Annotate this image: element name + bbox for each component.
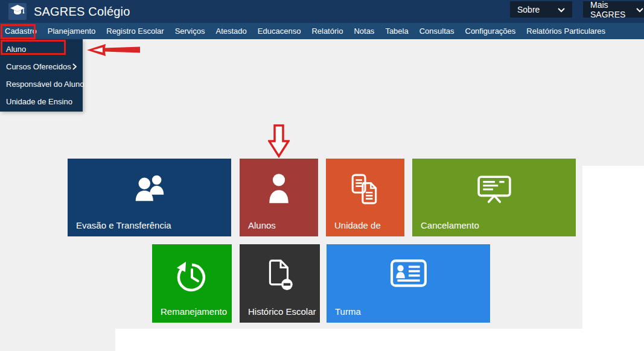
- tile-alunos[interactable]: Alunos: [240, 159, 318, 236]
- chevron-down-icon: [558, 5, 565, 14]
- menu-item-atestado[interactable]: Atestado: [215, 27, 246, 36]
- mais-sagres-dropdown-button[interactable]: Mais SAGRES: [583, 1, 644, 17]
- menu-item-relatorio[interactable]: Relatório: [311, 27, 343, 36]
- tile-label: Turma: [335, 306, 361, 317]
- menu-item-consultas[interactable]: Consultas: [419, 27, 454, 36]
- menu-item-configuracoes[interactable]: Configurações: [465, 27, 516, 36]
- tile-label: Unidade de: [334, 220, 381, 230]
- tile-label: Remanejamento: [161, 306, 227, 317]
- history-icon: [152, 259, 232, 292]
- content-background: [0, 329, 115, 351]
- content-background: [0, 39, 644, 166]
- menu-item-relatorios-particulares[interactable]: Relatórios Particulares: [526, 27, 605, 36]
- tile-remanejamento[interactable]: Remanejamento: [152, 244, 232, 323]
- submenu-chevron-icon: [72, 63, 77, 71]
- tile-cancelamento[interactable]: Cancelamento: [412, 159, 576, 236]
- person-icon: [240, 173, 318, 204]
- mais-sagres-label: Mais SAGRES: [590, 0, 630, 19]
- menu-item-educacenso[interactable]: Educacenso: [258, 27, 301, 36]
- menu-item-planejamento[interactable]: Planejamento: [48, 27, 96, 36]
- sobre-dropdown-button[interactable]: Sobre: [510, 1, 572, 17]
- dropdown-item-label: Aluno: [6, 45, 26, 54]
- dropdown-item-aluno[interactable]: Aluno: [0, 40, 83, 58]
- dropdown-item-responsavel-do-aluno[interactable]: Responsável do Aluno: [0, 75, 83, 93]
- tile-label: Alunos: [248, 220, 276, 230]
- copy-documents-icon: [326, 173, 404, 206]
- presentation-icon: [412, 173, 576, 206]
- dropdown-item-label: Responsável do Aluno: [6, 80, 84, 89]
- menu-item-servicos[interactable]: Serviços: [175, 27, 205, 36]
- dropdown-item-cursos-oferecidos[interactable]: Cursos Oferecidos: [0, 58, 83, 75]
- main-menu-bar: Cadastro Planejamento Registro Escolar S…: [0, 23, 644, 39]
- cadastro-dropdown-menu: Aluno Cursos Oferecidos Responsável do A…: [0, 39, 83, 112]
- tile-historico-escolar[interactable]: Histórico Escolar: [240, 244, 320, 323]
- id-card-icon: [327, 259, 490, 288]
- graduation-cap-icon: [10, 4, 25, 19]
- tile-label: Cancelamento: [421, 220, 479, 230]
- sobre-label: Sobre: [517, 5, 540, 14]
- menu-item-cadastro[interactable]: Cadastro: [5, 27, 37, 36]
- app-logo: [8, 3, 27, 20]
- tile-label: Evasão e Transferência: [76, 220, 171, 230]
- page-title: SAGRES Colégio: [34, 0, 130, 23]
- dropdown-item-label: Unidade de Ensino: [6, 97, 72, 106]
- people-icon: [68, 173, 231, 203]
- sagres-app-window: SAGRES Colégio Sobre Mais SAGRES Cadastr…: [0, 0, 644, 351]
- menu-item-tabela[interactable]: Tabela: [385, 27, 408, 36]
- dropdown-item-unidade-de-ensino[interactable]: Unidade de Ensino: [0, 93, 83, 110]
- menu-item-registro-escolar[interactable]: Registro Escolar: [106, 27, 164, 36]
- tile-unidade-de[interactable]: Unidade de: [326, 159, 404, 236]
- menu-item-notas[interactable]: Notas: [354, 27, 374, 36]
- tile-turma[interactable]: Turma: [327, 244, 490, 323]
- chevron-down-icon: [636, 5, 643, 14]
- dropdown-item-label: Cursos Oferecidos: [6, 62, 71, 71]
- tile-label: Histórico Escolar: [248, 306, 316, 317]
- tile-evasao-e-transferencia[interactable]: Evasão e Transferência: [68, 159, 231, 236]
- document-minus-icon: [240, 259, 320, 291]
- top-bar: SAGRES Colégio Sobre Mais SAGRES: [0, 0, 644, 23]
